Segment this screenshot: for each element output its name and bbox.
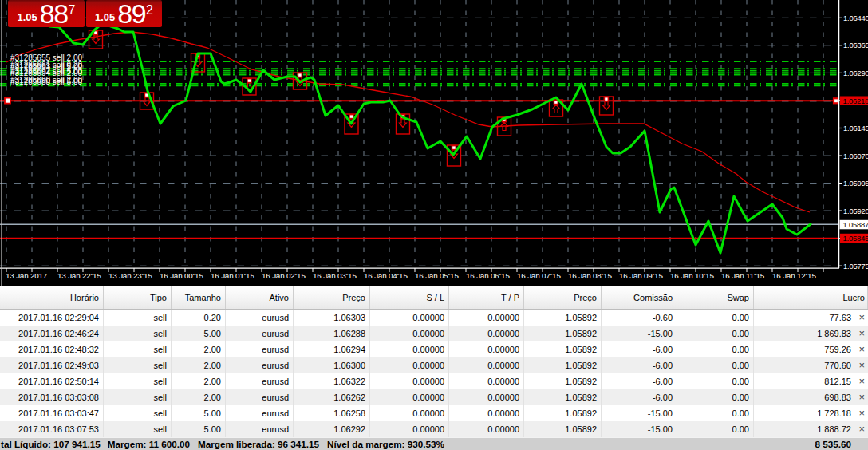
svg-text:1.06440: 1.06440 [843, 14, 868, 22]
svg-text:16 Jan 04:15: 16 Jan 04:15 [364, 271, 408, 280]
svg-text:1.05775: 1.05775 [843, 262, 868, 270]
svg-text:16 Jan 03:15: 16 Jan 03:15 [313, 271, 357, 280]
svg-text:16 Jan 07:15: 16 Jan 07:15 [517, 271, 561, 280]
svg-text:16 Jan 01:15: 16 Jan 01:15 [211, 271, 254, 280]
svg-text:16 Jan 05:15: 16 Jan 05:15 [415, 271, 459, 280]
svg-text:16 Jan 11:15: 16 Jan 11:15 [721, 271, 765, 280]
svg-text:16 Jan 08:15: 16 Jan 08:15 [568, 271, 612, 280]
svg-text:16 Jan 10:15: 16 Jan 10:15 [670, 271, 714, 280]
svg-text:16 Jan 12:15: 16 Jan 12:15 [772, 271, 816, 280]
svg-text:13 Jan 2017: 13 Jan 2017 [6, 271, 47, 280]
svg-text:16 Jan 02:15: 16 Jan 02:15 [262, 271, 306, 280]
svg-text:1.06290: 1.06290 [843, 69, 868, 77]
svg-text:1.05845: 1.05845 [843, 234, 868, 243]
svg-text:1.06365: 1.06365 [843, 41, 868, 49]
svg-text:1.06070: 1.06070 [843, 152, 868, 160]
svg-text:13 Jan 23:15: 13 Jan 23:15 [108, 271, 152, 280]
svg-text:13 Jan 22:15: 13 Jan 22:15 [57, 271, 101, 280]
svg-text:1.05995: 1.05995 [843, 179, 868, 188]
svg-text:1.05920: 1.05920 [843, 207, 868, 215]
svg-text:16 Jan 00:15: 16 Jan 00:15 [160, 271, 203, 280]
svg-text:16 Jan 09:15: 16 Jan 09:15 [619, 271, 663, 280]
svg-text:1.06218: 1.06218 [843, 97, 868, 105]
svg-text:16 Jan 06:15: 16 Jan 06:15 [466, 271, 510, 280]
svg-text:1.06145: 1.06145 [843, 124, 868, 132]
svg-text:1.05887: 1.05887 [843, 220, 868, 229]
